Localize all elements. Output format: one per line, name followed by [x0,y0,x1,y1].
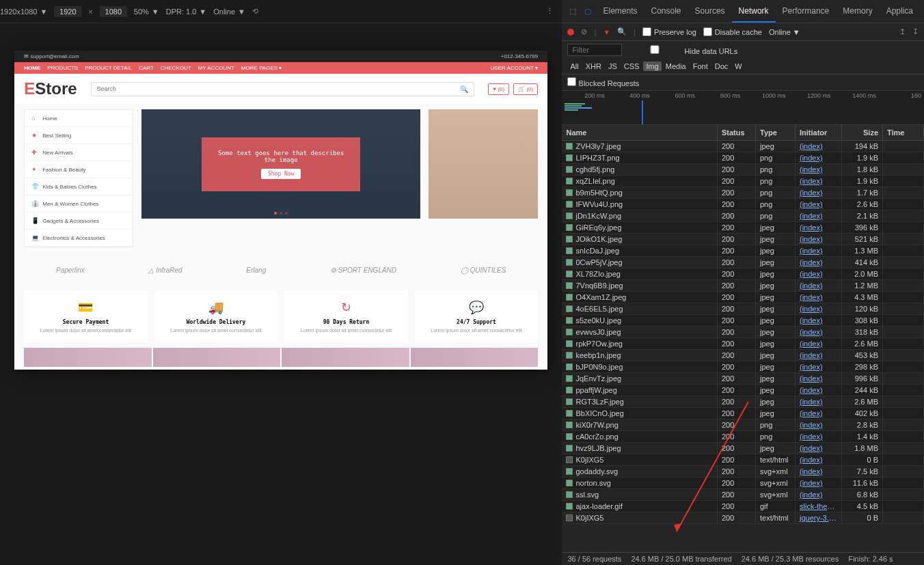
network-request-row[interactable]: norton.svg200svg+xml(index)11.6 kB [562,478,924,489]
filter-chip-font[interactable]: Font [690,61,711,71]
network-request-row[interactable]: XL78ZIo.jpeg200jpeg(index)2.0 MB [562,268,924,280]
network-request-row[interactable]: keebp1n.jpeg200jpeg(index)453 kB [562,350,924,361]
nav-item[interactable]: CHECKOUT [161,65,191,71]
clear-icon[interactable]: ⊘ [581,27,587,36]
user-account-dropdown[interactable]: USER ACCOUNT ▾ [491,65,539,71]
devtools-tab-performance[interactable]: Performance [776,1,837,23]
disable-cache-checkbox[interactable]: Disable cache [703,27,762,36]
network-request-row[interactable]: JOikO1K.jpeg200jpeg(index)521 kB [562,234,924,245]
network-request-row[interactable]: b9m5HtQ.png200png(index)1.7 kB [562,187,924,199]
category-item[interactable]: ⌂Home [25,110,133,127]
network-request-row[interactable]: GiREq6y.jpeg200jpeg(index)396 kB [562,222,924,234]
network-request-row[interactable]: JqEnvTz.jpeg200jpeg(index)996 kB [562,373,924,385]
throttling-dropdown[interactable]: Online ▼ [213,8,245,16]
devtools-tab-console[interactable]: Console [644,1,688,23]
online-dropdown[interactable]: Online ▼ [769,28,800,36]
devtools-tab-memory[interactable]: Memory [836,1,879,23]
network-request-row[interactable]: ssl.svg200svg+xml(index)6.8 kB [562,489,924,501]
element-picker-icon[interactable]: ⬚ [566,5,580,18]
filter-icon[interactable]: ▼ [603,28,610,36]
filter-input[interactable] [567,44,622,56]
devtools-tab-elements[interactable]: Elements [596,1,644,23]
filter-chip-w[interactable]: W [732,61,744,71]
nav-item[interactable]: PRODUCT DETAIL [85,65,132,71]
preserve-log-checkbox[interactable]: Preserve log [642,27,696,36]
network-request-row[interactable]: evwvsJ0.jpeg200jpeg(index)318 kB [562,327,924,338]
network-request-row[interactable]: cA0crZo.png200png(index)1.4 kB [562,431,924,443]
network-request-row[interactable]: ZVH3ly7.jpeg200jpeg(index)194 kB [562,141,924,152]
filter-chip-css[interactable]: CSS [621,61,642,71]
category-item[interactable]: 👕Kids & Babies Clothes [25,178,133,195]
filter-chip-all[interactable]: All [567,61,581,71]
devtools-tab-sources[interactable]: Sources [688,1,732,23]
filter-chip-js[interactable]: JS [606,61,620,71]
network-request-row[interactable]: godaddy.svg200svg+xml(index)7.5 kB [562,466,924,478]
network-request-row[interactable]: K0jIXG5200text/htmljquery-3.4.1....0 B [562,512,924,524]
upload-icon[interactable]: ↥ [899,27,906,36]
zoom-dropdown[interactable]: 50% ▼ [134,8,159,16]
side-banner[interactable] [429,109,538,219]
network-table-header[interactable]: Name Status Type Initiator Size Time [562,125,924,141]
nav-item[interactable]: MY ACCOUNT [198,65,234,71]
network-request-row[interactable]: cghd5fj.png200png(index)1.8 kB [562,164,924,176]
network-request-row[interactable]: 0CwP5jV.jpeg200jpeg(index)414 kB [562,257,924,268]
width-input[interactable] [54,6,81,17]
network-request-row[interactable]: O4Xam1Z.jpeg200jpeg(index)4.3 MB [562,292,924,303]
network-request-row[interactable]: bJP0N9o.jpeg200jpeg(index)298 kB [562,361,924,373]
network-request-row[interactable]: 4oE6EL5.jpeg200jpeg(index)120 kB [562,303,924,315]
search-input[interactable] [92,83,455,96]
cart-button[interactable]: 🛒 (0) [513,83,538,95]
dpr-dropdown[interactable]: DPR: 1.0 ▼ [166,8,207,16]
category-item[interactable]: 📱Gadgets & Accessories [25,212,133,230]
devtools-tab-network[interactable]: Network [732,1,776,23]
download-icon[interactable]: ↧ [912,27,919,36]
category-item[interactable]: ★Best Selling [25,127,133,144]
nav-item[interactable]: MORE PAGES ▾ [241,65,282,71]
network-request-row[interactable]: IFWVu4U.png200png(index)2.6 kB [562,199,924,210]
network-request-row[interactable]: ppaffjW.jpeg200jpeg(index)244 kB [562,385,924,396]
rotate-icon[interactable]: ⟲ [252,7,258,16]
network-request-row[interactable]: RGT3LzF.jpeg200jpeg(index)2.6 MB [562,396,924,408]
network-request-row[interactable]: s5ze0kU.jpeg200jpeg(index)308 kB [562,315,924,327]
devtools-tab-applica[interactable]: Applica [880,1,920,23]
network-request-row[interactable]: K0jIXG5200text/html(index)0 B [562,454,924,466]
category-item[interactable]: ✚New Arrivals [25,144,133,161]
category-item[interactable]: ✦Fashion & Beauty [25,161,133,178]
network-request-row[interactable]: jDn1KcW.png200png(index)2.1 kB [562,210,924,222]
filter-chip-img[interactable]: Img [643,61,661,71]
network-request-row[interactable]: LIPHZ3T.png200png(index)1.9 kB [562,152,924,164]
search-icon[interactable]: 🔍 [454,83,474,96]
network-request-row[interactable]: 7Vnq6B9.jpeg200jpeg(index)1.2 MB [562,280,924,292]
wishlist-button[interactable]: ♥ (0) [488,83,509,95]
hero-slider[interactable]: Some text goes here that describes the i… [141,109,420,219]
blocked-requests[interactable]: Blocked Requests [562,74,924,91]
filter-chip-doc[interactable]: Doc [712,61,731,71]
network-table-body[interactable]: ZVH3ly7.jpeg200jpeg(index)194 kBLIPHZ3T.… [562,141,924,552]
network-request-row[interactable]: hvz9LJB.jpeg200jpeg(index)1.8 MB [562,443,924,454]
network-request-row[interactable]: kiX0r7W.png200png(index)2.8 kB [562,419,924,431]
nav-item[interactable]: PRODUCTS [47,65,78,71]
kebab-menu-icon[interactable]: ⋮ [546,7,554,16]
support-email[interactable]: ✉ support@email.com [24,53,79,59]
record-icon[interactable] [567,29,574,36]
network-request-row[interactable]: snIcDaJ.jpeg200jpeg(index)1.3 MB [562,245,924,257]
network-request-row[interactable]: BbXICnO.jpeg200jpeg(index)402 kB [562,408,924,419]
search-icon[interactable]: 🔍 [617,27,627,36]
device-preset-dropdown[interactable]: 1920x1080 ▼ [0,8,47,16]
category-item[interactable]: 👔Men & Women Clothes [25,195,133,212]
filter-chip-xhr[interactable]: XHR [583,61,604,71]
slider-dots[interactable] [274,212,288,215]
device-toggle-icon[interactable]: ▢ [581,5,595,18]
filter-chip-media[interactable]: Media [663,61,689,71]
nav-item[interactable]: CART [139,65,154,71]
height-input[interactable] [100,6,127,17]
network-request-row[interactable]: rpkP7Ow.jpeg200jpeg(index)2.6 MB [562,338,924,350]
hide-urls-checkbox[interactable]: Hide data URLs [627,45,737,55]
network-timeline[interactable]: 200 ms400 ms600 ms800 ms1000 ms1200 ms14… [562,91,924,125]
category-item[interactable]: 💻Electronics & Accessories [25,230,133,247]
logo[interactable]: EStore [24,79,77,98]
shop-now-button[interactable]: Shop Now [261,169,301,179]
support-phone[interactable]: +012-345-6789 [501,53,539,59]
network-request-row[interactable]: xqZLIel.png200png(index)1.9 kB [562,176,924,187]
nav-item[interactable]: HOME [24,65,40,71]
